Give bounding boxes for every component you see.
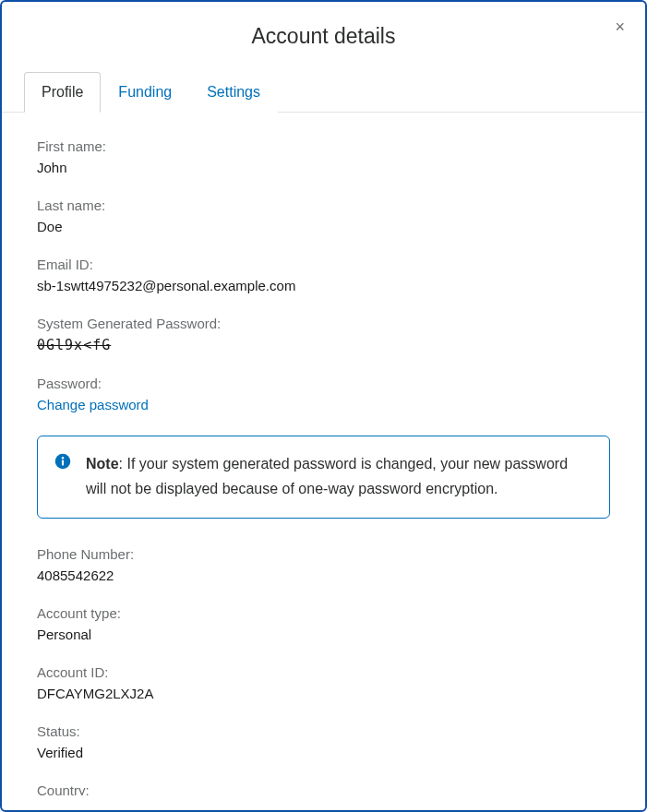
label-last-name: Last name: [37,197,610,213]
info-icon [54,453,71,470]
field-account-type: Account type: Personal [37,605,610,642]
field-email: Email ID: sb-1swtt4975232@personal.examp… [37,257,610,293]
field-last-name: Last name: Doe [37,197,610,234]
note-text: Note: If your system generated password … [86,451,591,501]
modal-title: Account details [20,24,627,49]
tab-settings[interactable]: Settings [189,72,278,113]
svg-point-2 [62,457,64,459]
note-bold: Note [86,456,119,472]
svg-rect-1 [62,460,64,466]
value-account-id: DFCAYMG2LXJ2A [37,686,610,701]
modal-header: Account details × [2,2,645,66]
value-status: Verified [37,745,610,760]
account-details-modal: Account details × Profile Funding Settin… [0,0,647,812]
tab-profile[interactable]: Profile [24,72,101,113]
label-account-type: Account type: [37,605,610,621]
field-first-name: First name: John [37,138,610,175]
label-first-name: First name: [37,138,610,154]
field-status: Status: Verified [37,723,610,760]
value-last-name: Doe [37,219,610,234]
value-phone: 4085542622 [37,567,610,583]
tabs: Profile Funding Settings [2,71,645,113]
profile-content: First name: John Last name: Doe Email ID… [2,113,645,795]
tab-funding[interactable]: Funding [101,72,189,113]
label-status: Status: [37,723,610,739]
field-password: Password: Change password [37,376,610,413]
label-phone: Phone Number: [37,546,610,562]
field-account-id: Account ID: DFCAYMG2LXJ2A [37,664,610,701]
change-password-link[interactable]: Change password [37,397,149,412]
password-note: Note: If your system generated password … [37,436,610,519]
label-password: Password: [37,376,610,391]
label-sys-password: System Generated Password: [37,316,610,331]
note-body: : If your system generated password is c… [86,456,568,496]
value-account-type: Personal [37,627,610,642]
label-email: Email ID: [37,257,610,272]
field-phone: Phone Number: 4085542622 [37,546,610,583]
field-sys-password: System Generated Password: 0Gl9x<fG [37,316,610,353]
close-icon[interactable]: × [611,15,629,39]
value-sys-password: 0Gl9x<fG [37,337,610,353]
label-country: Country: [37,782,610,795]
label-account-id: Account ID: [37,664,610,680]
value-first-name: John [37,160,610,175]
value-email: sb-1swtt4975232@personal.example.com [37,278,610,293]
field-country: Country: US [37,782,610,795]
